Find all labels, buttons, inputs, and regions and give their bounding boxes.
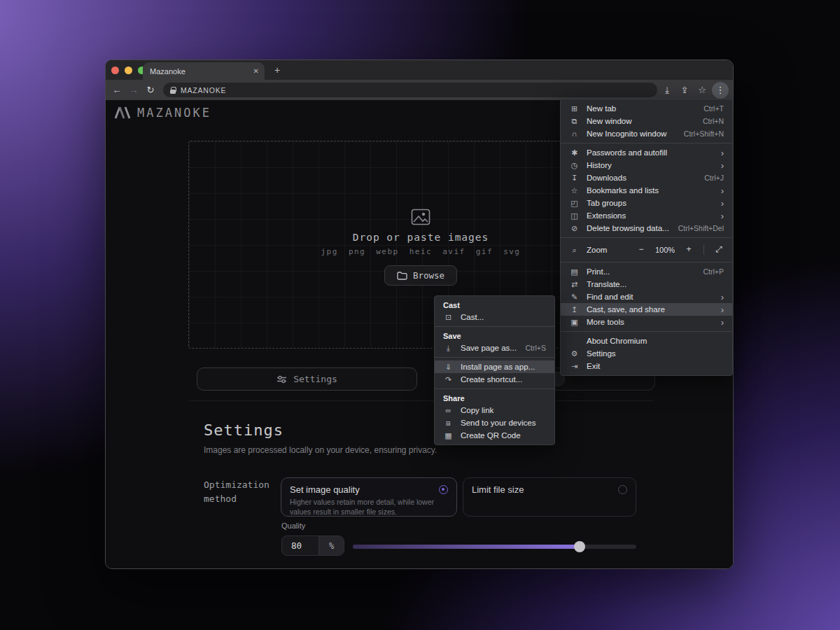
menu-item-about-chromium[interactable]: About Chromium [561, 335, 732, 347]
quality-input[interactable]: 80 % [281, 536, 344, 556]
menu-separator [561, 262, 732, 262]
cast-icon: ⊡ [443, 313, 454, 322]
copy-link-icon: ∞ [443, 406, 454, 414]
cast-save-share-icon: ↥ [569, 305, 580, 314]
downloads-icon: ↧ [569, 174, 580, 183]
browse-button[interactable]: Browse [384, 265, 457, 286]
save-page-icon: ⤓ [443, 344, 454, 353]
menu-item-cast[interactable]: ⊡Cast... [435, 311, 554, 323]
new-tab-button[interactable]: + [271, 64, 284, 77]
settings-subtitle: Images are processed locally on your dev… [204, 445, 437, 455]
bookmark-star-icon[interactable]: ☆ [694, 83, 710, 98]
browser-toolbar: ← → ↻ MAZANOKE ⤓ ⇪ ☆ ⋮ [106, 80, 733, 100]
folder-icon [397, 272, 407, 280]
menu-item-copy-link[interactable]: ∞Copy link [435, 404, 554, 416]
share-icon[interactable]: ⇪ [677, 83, 692, 98]
menu-item-translate[interactable]: ⇄Translate... [561, 278, 732, 290]
menu-item-passwords-and-autofill[interactable]: ✱Passwords and autofill› [561, 146, 732, 159]
menu-item-downloads[interactable]: ↧DownloadsCtrl+J [561, 172, 732, 184]
extensions-icon: ◫ [569, 211, 580, 220]
settings-icon: ⚙ [569, 349, 580, 358]
settings-toggle-button[interactable]: Settings [197, 368, 417, 391]
menu-item-exit[interactable]: ⇥Exit [561, 360, 732, 372]
browser-tab[interactable]: Mazanoke ✕ [143, 62, 265, 80]
supported-formats: jpgpngwebpheicavifgifsvg [321, 247, 521, 256]
slider-thumb[interactable] [574, 541, 585, 552]
more-tools-icon: ▣ [569, 318, 580, 327]
menu-shortcut: Ctrl+T [704, 104, 724, 113]
menu-item-print[interactable]: ▤Print...Ctrl+P [561, 265, 732, 278]
menu-item-extensions[interactable]: ◫Extensions› [561, 209, 732, 222]
menu-item-create-qr-code[interactable]: ▦Create QR Code [435, 429, 554, 442]
chevron-right-icon: › [721, 293, 724, 302]
address-bar[interactable]: MAZANOKE [163, 83, 657, 97]
menu-item-more-tools[interactable]: ▣More tools› [561, 316, 732, 328]
quality-slider[interactable] [353, 541, 636, 552]
find-and-edit-icon: ✎ [569, 293, 580, 302]
menu-separator [435, 357, 554, 358]
option-card-set-image-quality[interactable]: Set image quality Higher values retain m… [281, 477, 457, 517]
menu-item-settings[interactable]: ⚙Settings [561, 347, 732, 360]
section-divider [188, 400, 653, 401]
reload-icon[interactable]: ↻ [142, 85, 159, 95]
menu-item-new-tab[interactable]: ⊞New tabCtrl+T [561, 102, 732, 115]
minimize-window-button[interactable] [125, 66, 132, 74]
menu-item-history[interactable]: ◷History› [561, 159, 732, 172]
url-text: MAZANOKE [181, 86, 226, 94]
back-icon[interactable]: ← [108, 85, 125, 95]
menu-item-cast-save-and-share[interactable]: ↥Cast, save, and share› [561, 303, 732, 316]
tab-close-icon[interactable]: ✕ [253, 67, 259, 75]
install-app-toolbar-icon[interactable]: ⤓ [659, 83, 675, 98]
chevron-right-icon: › [721, 186, 724, 195]
menu-item-bookmarks-and-lists[interactable]: ☆Bookmarks and lists› [561, 184, 732, 197]
drop-zone-title: Drop or paste images [353, 232, 489, 243]
close-window-button[interactable] [111, 66, 119, 74]
fullscreen-button[interactable]: ⤢ [713, 244, 725, 256]
menu-item-tab-groups[interactable]: ◰Tab groups› [561, 197, 732, 209]
menu-item-new-incognito-window[interactable]: ∩New Incognito windowCtrl+Shift+N [561, 127, 732, 140]
settings-button-label: Settings [293, 374, 337, 384]
menu-item-save-page-as[interactable]: ⤓Save page as...Ctrl+S [435, 342, 554, 354]
option-card-limit-file-size[interactable]: Limit file size [463, 477, 636, 517]
app-title: MAZANOKE [137, 106, 211, 120]
menu-separator [435, 388, 554, 389]
menu-separator [561, 237, 732, 238]
menu-shortcut: Ctrl+P [704, 267, 724, 276]
browser-menu-button[interactable]: ⋮ [712, 82, 729, 99]
delete-browsing-data-icon: ⊘ [569, 224, 580, 233]
format-gif: gif [476, 247, 493, 256]
quality-value[interactable]: 80 [282, 536, 318, 555]
print-icon: ▤ [569, 267, 580, 276]
menu-item-zoom: ⌕Zoom−100%+⤢ [561, 241, 732, 259]
zoom-out-button[interactable]: − [635, 244, 648, 256]
passwords-icon: ✱ [569, 148, 580, 158]
radio-unchecked-icon[interactable] [618, 485, 627, 494]
menu-shortcut: Ctrl+N [703, 117, 724, 125]
lock-icon [170, 87, 176, 94]
option-card-description: Higher values retain more detail, while … [290, 498, 448, 517]
menu-item-delete-browsing-data[interactable]: ⊘Delete browsing data...Ctrl+Shift+Del [561, 222, 732, 234]
menu-shortcut: Ctrl+Shift+N [684, 130, 724, 138]
translate-icon: ⇄ [569, 280, 580, 289]
tab-groups-icon: ◰ [569, 199, 580, 208]
optimization-method-label: Optimization method [204, 478, 277, 506]
menu-item-install-page-as-app[interactable]: ⇓Install page as app... [435, 360, 554, 373]
forward-icon[interactable]: → [125, 85, 142, 95]
format-avif: avif [442, 247, 465, 256]
quality-label: Quality [281, 522, 305, 530]
exit-icon: ⇥ [569, 362, 580, 371]
menu-item-find-and-edit[interactable]: ✎Find and edit› [561, 290, 732, 303]
radio-checked-icon[interactable] [439, 485, 448, 494]
menu-section-header-cast: Cast [435, 299, 554, 311]
menu-separator [561, 143, 732, 144]
menu-item-new-window[interactable]: ⧉New windowCtrl+N [561, 115, 732, 127]
chevron-right-icon: › [721, 211, 724, 220]
zoom-in-button[interactable]: + [682, 244, 695, 256]
menu-item-send-to-your-devices[interactable]: ⧈Send to your devices [435, 416, 554, 429]
traffic-lights [111, 66, 146, 74]
create-shortcut-icon: ↷ [443, 375, 454, 384]
chevron-right-icon: › [721, 148, 724, 158]
menu-item-create-shortcut[interactable]: ↷Create shortcut... [435, 373, 554, 386]
chevron-right-icon: › [721, 199, 724, 208]
history-icon: ◷ [569, 161, 580, 170]
